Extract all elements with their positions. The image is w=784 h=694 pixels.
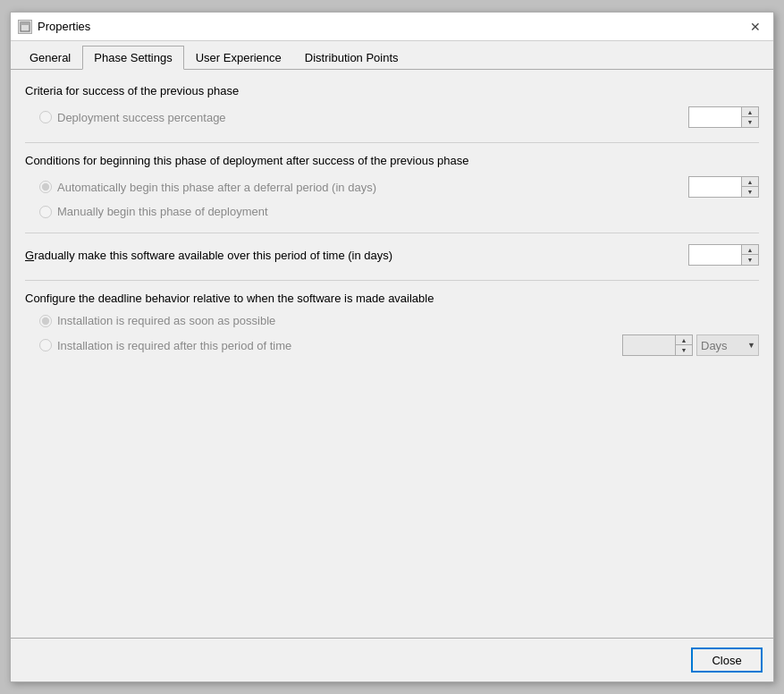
deployment-success-spinner-buttons: ▲ ▼ (742, 106, 759, 128)
deployment-success-input[interactable]: 65 (688, 106, 742, 128)
gradually-increment[interactable]: ▲ (742, 245, 758, 255)
auto-begin-decrement[interactable]: ▼ (742, 187, 758, 197)
divider-2 (25, 233, 759, 233)
auto-begin-spinner-buttons: ▲ ▼ (742, 176, 759, 198)
auto-begin-label: Automatically begin this phase after a d… (57, 181, 681, 194)
gradually-underline: G (25, 249, 34, 262)
gradually-spinner-buttons: ▲ ▼ (742, 244, 759, 266)
period-increment[interactable]: ▲ (676, 335, 692, 345)
gradually-decrement[interactable]: ▼ (742, 255, 758, 265)
asap-label: Installation is required as soon as poss… (57, 314, 759, 327)
deadline-title: Configure the deadline behavior relative… (25, 292, 759, 305)
period-spinner-buttons: ▲ ▼ (676, 334, 693, 356)
period-input[interactable]: 7 (622, 334, 676, 356)
gradually-input[interactable]: 0 (688, 244, 742, 266)
period-decrement[interactable]: ▼ (676, 345, 692, 355)
asap-radio[interactable] (39, 315, 52, 327)
tab-bar: General Phase Settings User Experience D… (11, 41, 773, 70)
tab-phase-settings[interactable]: Phase Settings (82, 46, 183, 70)
deployment-success-label: Deployment success percentage (57, 111, 681, 124)
manual-begin-radio[interactable] (39, 206, 52, 218)
period-row: Installation is required after this peri… (25, 334, 759, 356)
deadline-section: Configure the deadline behavior relative… (25, 292, 759, 356)
window-title: Properties (38, 20, 745, 33)
title-bar: Properties ✕ (11, 13, 773, 41)
close-window-button[interactable]: ✕ (745, 16, 766, 38)
close-button[interactable]: Close (691, 647, 763, 673)
auto-begin-radio[interactable] (39, 181, 52, 193)
gradually-row: Gradually make this software available o… (25, 244, 759, 266)
gradually-spinner: 0 ▲ ▼ (688, 244, 759, 266)
period-dropdown-wrapper: Days Weeks Months ▼ (696, 334, 759, 356)
svg-rect-1 (21, 22, 30, 25)
tab-general[interactable]: General (18, 46, 82, 70)
criteria-section: Criteria for success of the previous pha… (25, 84, 759, 128)
period-radio[interactable] (39, 339, 52, 351)
period-label: Installation is required after this peri… (57, 339, 615, 352)
divider-3 (25, 280, 759, 281)
tab-distribution-points[interactable]: Distribution Points (293, 46, 410, 70)
deployment-success-decrement[interactable]: ▼ (742, 117, 758, 127)
deployment-success-increment[interactable]: ▲ (742, 107, 758, 117)
tab-user-experience[interactable]: User Experience (184, 46, 293, 70)
asap-row: Installation is required as soon as poss… (25, 314, 759, 327)
criteria-title: Criteria for success of the previous pha… (25, 84, 759, 97)
period-spinner: 7 ▲ ▼ (622, 334, 693, 356)
period-dropdown[interactable]: Days Weeks Months (696, 334, 759, 356)
auto-begin-row: Automatically begin this phase after a d… (25, 176, 759, 198)
auto-begin-spinner: 0 ▲ ▼ (688, 176, 759, 198)
properties-window: Properties ✕ General Phase Settings User… (10, 12, 774, 682)
divider-1 (25, 142, 759, 143)
window-icon (18, 20, 32, 34)
deployment-success-spinner: 65 ▲ ▼ (688, 106, 759, 128)
gradually-text: radually make this software available ov… (34, 249, 392, 262)
period-controls: 7 ▲ ▼ Days Weeks Months ▼ (615, 334, 759, 356)
footer: Close (11, 638, 773, 681)
auto-begin-increment[interactable]: ▲ (742, 177, 758, 187)
manual-begin-label: Manually begin this phase of deployment (57, 205, 759, 218)
gradually-label: Gradually make this software available o… (25, 249, 681, 262)
conditions-section: Conditions for beginning this phase of d… (25, 154, 759, 218)
conditions-title: Conditions for beginning this phase of d… (25, 154, 759, 167)
deployment-success-radio[interactable] (39, 111, 52, 123)
content-area: Criteria for success of the previous pha… (11, 70, 773, 638)
manual-begin-row: Manually begin this phase of deployment (25, 205, 759, 218)
auto-begin-input[interactable]: 0 (688, 176, 742, 198)
criteria-option-row: Deployment success percentage 65 ▲ ▼ (25, 106, 759, 128)
